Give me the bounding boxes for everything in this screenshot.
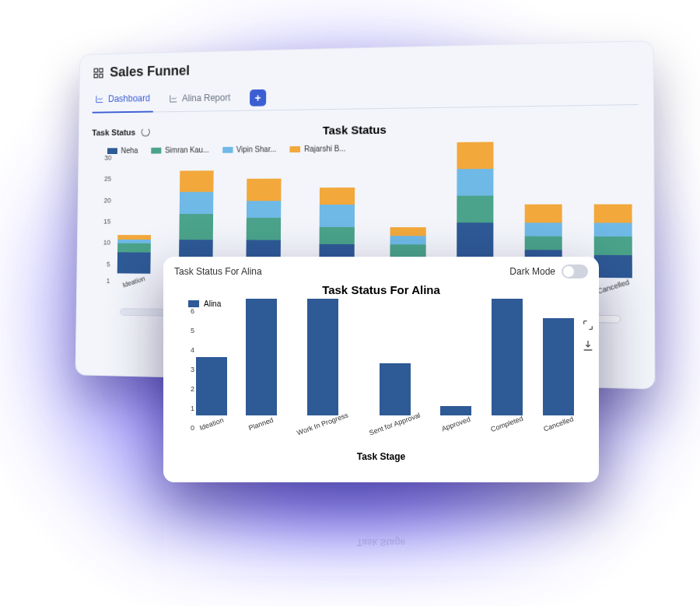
bar-segment — [180, 170, 214, 192]
bar-segment — [594, 236, 632, 255]
svg-rect-2 — [94, 74, 97, 78]
bar-segment — [247, 179, 281, 201]
chart-title: Task Status — [79, 119, 653, 139]
legend-item: Neha — [107, 146, 138, 155]
bar-column: Planned — [246, 299, 277, 428]
legend-item: Vipin Shar... — [222, 145, 277, 153]
svg-rect-1 — [100, 68, 103, 72]
tab-bar: DashboardAlina Report+ — [93, 78, 639, 114]
svg-rect-3 — [100, 74, 103, 78]
bar-segment — [180, 192, 214, 214]
bar-segment — [320, 187, 355, 205]
reflection-decoration: Task Stage — [163, 482, 599, 576]
bar — [246, 299, 277, 415]
chart-icon — [95, 95, 103, 104]
bar-segment — [457, 142, 493, 169]
legend-label: Simran Kau... — [165, 145, 209, 154]
bar-segment — [247, 201, 281, 218]
y-tick: 6 — [191, 307, 194, 315]
bar-segment — [594, 222, 632, 236]
chart-legend: NehaSimran Kau...Vipin Shar...Rajarshi B… — [107, 141, 653, 155]
x-tick-label: Cancelled — [597, 278, 631, 295]
stacked-bar — [594, 205, 632, 278]
y-tick: 4 — [191, 346, 194, 354]
legend-label: Neha — [121, 146, 138, 155]
legend-item: Rajarshi B... — [290, 144, 346, 153]
dark-mode-label: Dark Mode — [509, 266, 555, 277]
stacked-bar — [117, 235, 150, 274]
bar-column: Completed — [490, 299, 524, 428]
dark-mode-toggle[interactable] — [562, 264, 588, 278]
bar — [196, 357, 227, 415]
bar-segment — [390, 236, 425, 245]
x-tick-label: Planned — [248, 416, 275, 433]
bar-segment — [457, 169, 493, 196]
y-tick: 25 — [104, 175, 111, 183]
y-tick: 2 — [191, 385, 194, 393]
bar — [380, 363, 411, 416]
y-tick: 3 — [191, 366, 194, 373]
download-icon[interactable] — [582, 339, 594, 352]
bar — [492, 299, 523, 415]
legend-item: Simran Kau... — [151, 145, 209, 154]
svg-rect-0 — [94, 68, 97, 72]
bar-segment — [390, 227, 425, 236]
legend-swatch — [290, 145, 301, 152]
y-tick: 1 — [107, 277, 110, 285]
bar-column: Approved — [440, 406, 471, 429]
bar — [307, 299, 338, 415]
bar-segment — [594, 205, 632, 223]
grid-icon — [93, 67, 104, 79]
legend-label: Rajarshi B... — [304, 144, 345, 152]
bar-segment — [320, 205, 355, 226]
y-tick: 0 — [191, 424, 194, 432]
bar-column: Work In Progress — [296, 299, 349, 428]
chart-title: Task Status For Alina — [174, 283, 588, 296]
x-tick-label: Ideation — [198, 416, 225, 432]
bar-segment — [179, 214, 213, 240]
x-axis-label: Task Stage — [174, 451, 588, 462]
tab-alina-report[interactable]: Alina Report — [166, 86, 233, 111]
x-tick-label: Ideation — [121, 275, 145, 289]
bar — [440, 406, 471, 416]
legend-swatch — [188, 300, 199, 307]
bar-segment — [457, 196, 493, 223]
bar-segment — [320, 227, 355, 245]
tab-dashboard[interactable]: Dashboard — [93, 87, 153, 114]
bar-segment — [117, 252, 150, 274]
x-tick-label: Completed — [490, 415, 524, 433]
add-tab-button[interactable]: + — [250, 89, 266, 106]
x-tick-label: Approved — [441, 415, 472, 433]
bar-column: Cancelled — [543, 318, 574, 428]
y-tick: 20 — [103, 197, 110, 205]
card-heading: Task Status For Alina — [174, 266, 262, 277]
y-tick: 5 — [107, 261, 110, 268]
bar-segment — [117, 243, 151, 252]
bar-segment — [247, 218, 282, 240]
bar-segment — [525, 222, 562, 236]
expand-icon[interactable] — [582, 319, 594, 331]
chart-icon — [169, 93, 177, 103]
x-tick-label: Cancelled — [542, 415, 574, 433]
bar-segment — [525, 205, 562, 222]
bar-column: Ideation — [196, 357, 227, 428]
legend-swatch — [151, 147, 161, 153]
y-tick: 30 — [104, 154, 111, 162]
bar-column: Sent for Approval — [368, 363, 422, 429]
page-title: Sales Funnel — [93, 53, 638, 81]
y-tick: 5 — [191, 327, 194, 335]
y-tick: 1 — [191, 405, 194, 412]
bar-segment — [525, 236, 562, 250]
legend-label: Vipin Shar... — [236, 145, 277, 153]
bar-column: Ideation — [113, 235, 155, 285]
y-axis: 151015202530 — [91, 158, 111, 285]
alina-bar-chart: 0123456 IdeationPlannedWork In ProgressS… — [196, 311, 574, 428]
bar — [543, 318, 574, 415]
legend-swatch — [107, 148, 117, 154]
bar-segment — [594, 254, 632, 278]
chart-actions — [582, 311, 594, 428]
legend-swatch — [222, 146, 233, 152]
y-tick: 15 — [103, 218, 110, 226]
y-axis: 0123456 — [179, 311, 194, 428]
y-tick: 10 — [103, 239, 110, 247]
